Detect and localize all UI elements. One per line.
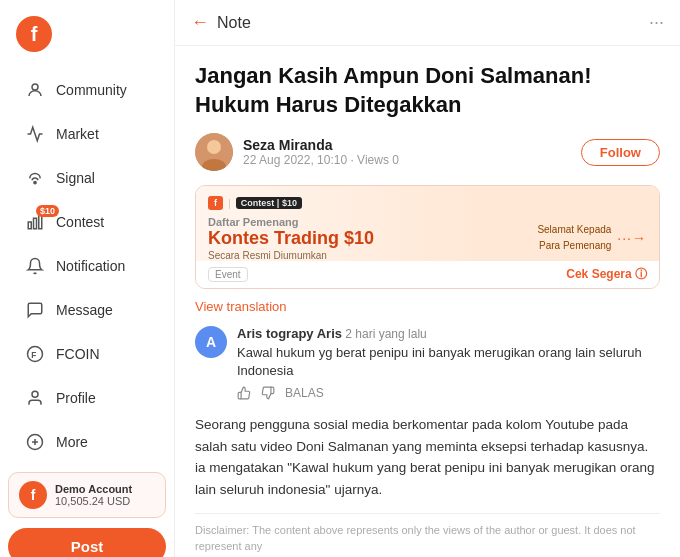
sidebar-item-market[interactable]: Market	[8, 113, 166, 155]
comment-content: Aris tograpy Aris 2 hari yang lalu Kawal…	[237, 326, 660, 400]
sidebar-item-label-signal: Signal	[56, 170, 95, 186]
banner-badge: Contest | $10	[236, 197, 302, 209]
sidebar-bottom: f Demo Account 10,505.24 USD Post	[0, 464, 174, 557]
author-info: Seza Miranda 22 Aug 2022, 10:10 · Views …	[243, 137, 581, 167]
author-row: Seza Miranda 22 Aug 2022, 10:10 · Views …	[195, 133, 660, 171]
disclaimer: Disclaimer: The content above represents…	[195, 513, 660, 555]
sidebar-logo: f	[0, 12, 174, 68]
sidebar-item-notification[interactable]: Notification	[8, 245, 166, 287]
sidebar-item-profile[interactable]: Profile	[8, 377, 166, 419]
account-name: Demo Account	[55, 483, 132, 495]
banner-sep: |	[228, 197, 231, 209]
view-translation-link[interactable]: View translation	[195, 299, 660, 314]
sidebar-item-label-message: Message	[56, 302, 113, 318]
svg-point-0	[32, 84, 38, 90]
notification-icon	[24, 255, 46, 277]
svg-rect-4	[39, 215, 42, 229]
reply-button[interactable]: BALAS	[285, 386, 324, 400]
comment-author: Aris tograpy Aris 2 hari yang lalu	[237, 326, 660, 341]
cek-segera-button[interactable]: Cek Segera ⓘ	[566, 266, 647, 283]
avatar	[195, 133, 233, 171]
market-icon	[24, 123, 46, 145]
back-button[interactable]: ←	[191, 12, 209, 33]
banner-footer: Event Cek Segera ⓘ	[196, 261, 659, 288]
contest-badge: $10	[36, 205, 59, 217]
app-logo: f	[16, 16, 52, 52]
svg-point-12	[207, 140, 221, 154]
comment-box: A Aris tograpy Aris 2 hari yang lalu Kaw…	[195, 326, 660, 400]
event-tag: Event	[208, 267, 248, 282]
account-logo: f	[19, 481, 47, 509]
article-title: Jangan Kasih Ampun Doni Salmanan! Hukum …	[195, 62, 660, 119]
banner-top-row: f | Contest | $10	[208, 196, 647, 210]
svg-rect-2	[28, 222, 31, 229]
sidebar-item-more[interactable]: More	[8, 421, 166, 463]
sidebar-item-label-fcoin: FCOIN	[56, 346, 100, 362]
banner-text-block: Daftar Pemenang Kontes Trading $10 Secar…	[208, 216, 374, 261]
sidebar-item-label-profile: Profile	[56, 390, 96, 406]
avatar-image	[195, 133, 233, 171]
like-button[interactable]	[237, 386, 251, 400]
svg-rect-3	[34, 218, 37, 229]
sidebar-item-label-notification: Notification	[56, 258, 125, 274]
sidebar-item-label-contest: Contest	[56, 214, 104, 230]
post-button[interactable]: Post	[8, 528, 166, 557]
banner-arrow: ···→	[617, 230, 647, 246]
sidebar-item-message[interactable]: Message	[8, 289, 166, 331]
comment-text: Kawal hukum yg berat penipu ini banyak m…	[237, 344, 660, 380]
sidebar-item-community[interactable]: Community	[8, 69, 166, 111]
demo-account[interactable]: f Demo Account 10,505.24 USD	[8, 472, 166, 518]
sidebar-item-label-more: More	[56, 434, 88, 450]
svg-text:F: F	[31, 351, 36, 360]
banner-sub-text: Secara Resmi Diumumkan	[208, 250, 374, 261]
banner-right-block: Selamat Kepada Para Pemenang ···→	[537, 222, 647, 254]
community-icon	[24, 79, 46, 101]
sidebar: f Community Market Signal $10 Contest No…	[0, 0, 175, 557]
svg-point-1	[34, 181, 36, 183]
svg-point-7	[32, 391, 38, 397]
sidebar-item-signal[interactable]: Signal	[8, 157, 166, 199]
dislike-button[interactable]	[261, 386, 275, 400]
follow-button[interactable]: Follow	[581, 139, 660, 166]
sidebar-item-contest[interactable]: $10 Contest	[8, 201, 166, 243]
sidebar-item-label-community: Community	[56, 82, 127, 98]
sidebar-item-fcoin[interactable]: F FCOIN	[8, 333, 166, 375]
profile-icon	[24, 387, 46, 409]
banner-main-text: Daftar Pemenang	[208, 216, 374, 228]
header-title: Note	[217, 14, 649, 32]
banner-body: Daftar Pemenang Kontes Trading $10 Secar…	[208, 216, 647, 261]
sidebar-item-label-market: Market	[56, 126, 99, 142]
author-meta: 22 Aug 2022, 10:10 · Views 0	[243, 153, 581, 167]
message-icon	[24, 299, 46, 321]
author-name: Seza Miranda	[243, 137, 581, 153]
article-body: Seorang pengguna sosial media berkomenta…	[195, 414, 660, 500]
main-panel: ← Note ··· Jangan Kasih Ampun Doni Salma…	[175, 0, 680, 557]
comment-actions: BALAS	[237, 386, 660, 400]
banner-sub-main: Kontes Trading $10	[208, 228, 374, 250]
main-content: Jangan Kasih Ampun Doni Salmanan! Hukum …	[175, 46, 680, 557]
banner-logo: f	[208, 196, 223, 210]
more-options-button[interactable]: ···	[649, 12, 664, 33]
signal-icon	[24, 167, 46, 189]
main-header: ← Note ···	[175, 0, 680, 46]
account-info: Demo Account 10,505.24 USD	[55, 483, 132, 507]
banner-inner: f | Contest | $10 Daftar Pemenang Kontes…	[196, 186, 659, 261]
fcoin-icon: F	[24, 343, 46, 365]
banner-right-text: Selamat Kepada Para Pemenang	[537, 222, 611, 254]
contest-banner[interactable]: f | Contest | $10 Daftar Pemenang Kontes…	[195, 185, 660, 289]
more-icon	[24, 431, 46, 453]
comment-avatar: A	[195, 326, 227, 358]
account-balance: 10,505.24 USD	[55, 495, 132, 507]
